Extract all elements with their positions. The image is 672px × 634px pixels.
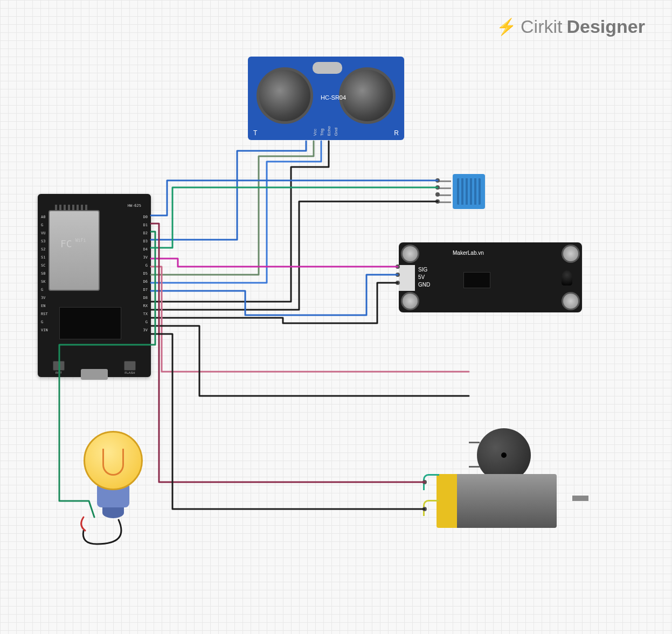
component-flame-sensor[interactable]: SIG 5V GND MakerLab.vn	[399, 242, 582, 312]
buzzer-positive	[469, 442, 480, 443]
flash-button[interactable]: FLASH	[124, 361, 136, 371]
motor-shaft	[572, 496, 588, 501]
ic-chip	[463, 272, 490, 288]
ir-receiver	[562, 270, 572, 285]
motor-body	[457, 474, 557, 528]
maker-label: MakerLab.vn	[453, 250, 484, 256]
pin-row-left: A0GVUS3S2S1SCS0SKG3VENRSTGVIN	[41, 213, 48, 335]
component-ultrasonic[interactable]: HC-SR04 Vcc Trig Echo Gnd T R	[248, 57, 404, 140]
dht-body	[453, 174, 485, 209]
component-nodemcu[interactable]: FC WiFi HW-625 A0GVUS3S2S1SCS0SKG3VENRST…	[38, 194, 151, 377]
board-label: HW-625	[128, 204, 141, 208]
reset-button[interactable]: RST	[53, 361, 65, 371]
bulb-socket	[102, 507, 124, 518]
component-dht11[interactable]	[453, 174, 504, 209]
mount-hole	[562, 245, 580, 263]
mount-hole	[401, 245, 419, 263]
transducer-rx	[339, 67, 396, 124]
component-motor[interactable]	[437, 469, 577, 533]
buzzer-negative	[469, 466, 480, 468]
part-label: HC-SR04	[321, 94, 346, 101]
esp8266-shield: FC WiFi	[49, 210, 100, 291]
component-bulb[interactable]	[78, 431, 148, 522]
pin-labels: SIG 5V GND	[418, 266, 430, 289]
dht-leads	[438, 180, 451, 203]
mount-hole	[401, 292, 419, 310]
pin-labels: Vcc Trig Echo Gnd	[313, 126, 338, 136]
circuit-canvas[interactable]: FC WiFi HW-625 A0GVUS3S2S1SCS0SKG3VENRST…	[0, 0, 672, 634]
crystal-oscillator	[313, 62, 342, 74]
pin-header	[399, 265, 415, 291]
motor-endcap	[437, 474, 457, 528]
transducer-tx	[257, 67, 313, 124]
micro-usb-port	[81, 369, 108, 380]
usb-chip	[59, 307, 121, 339]
motor-wire-pos	[423, 474, 439, 490]
bulb-glass	[84, 431, 143, 490]
mount-hole	[562, 292, 580, 310]
bulb-filament	[102, 449, 124, 476]
motor-wire-neg	[423, 500, 439, 516]
pin-row-right: D0D1D2D3D43VGD5D6D7D8RXTXG3V	[143, 213, 148, 335]
